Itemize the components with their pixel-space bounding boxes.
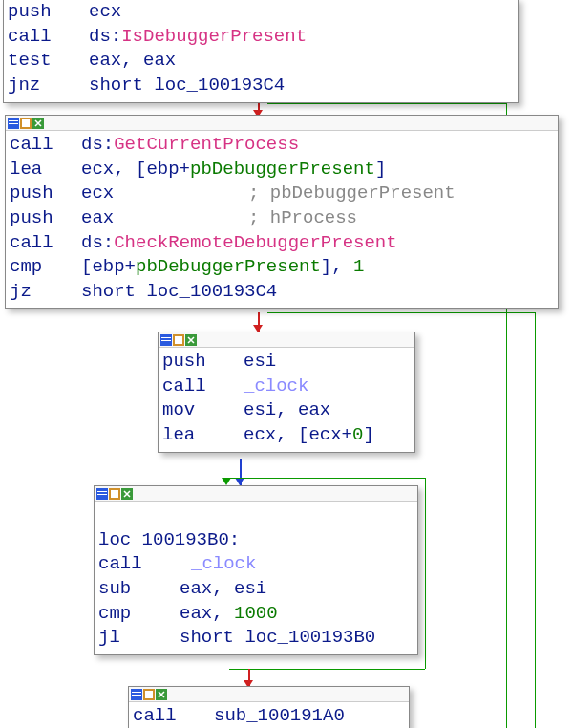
mnemonic: cmp <box>98 602 180 627</box>
operand: ecx <box>89 1 121 22</box>
edge-loop <box>229 669 425 670</box>
operand: esi <box>244 351 276 372</box>
variable[interactable]: pbDebuggerPresent <box>136 256 321 277</box>
mnemonic: sub <box>98 577 180 602</box>
block-icon[interactable] <box>185 334 197 346</box>
mnemonic: call <box>98 552 191 577</box>
asm-line: pushecx <box>8 0 514 25</box>
disasm-block-clock-init[interactable]: pushesi call_clock movesi, eax leaecx, [… <box>158 332 415 453</box>
code-body: pushecx callds:IsDebuggerPresent testeax… <box>4 0 518 102</box>
disasm-block-clock-loop[interactable]: loc_100193B0: call_clock subeax, esi cmp… <box>94 485 418 655</box>
code-body: loc_100193B0: call_clock subeax, esi cmp… <box>95 502 417 654</box>
block-icon[interactable] <box>20 118 32 129</box>
variable[interactable]: pbDebuggerPresent <box>190 159 375 180</box>
operand: eax <box>81 206 248 231</box>
number: 1000 <box>234 603 278 624</box>
mnemonic: push <box>10 206 81 231</box>
mnemonic: cmp <box>10 255 81 280</box>
asm-line <box>98 503 414 528</box>
edge-true <box>535 312 536 728</box>
block-toolbar <box>6 116 558 131</box>
arrow-icon <box>235 478 244 485</box>
svg-rect-4 <box>22 119 30 127</box>
block-icon[interactable] <box>131 689 142 700</box>
operand: ecx <box>81 182 248 206</box>
asm-line: cmp[ebp+pbDebuggerPresent], 1 <box>10 255 554 280</box>
asm-line: callds:CheckRemoteDebuggerPresent <box>10 231 554 256</box>
block-icon[interactable] <box>173 334 184 346</box>
asm-line: pusheax; hProcess <box>10 206 554 231</box>
api-call[interactable]: CheckRemoteDebuggerPresent <box>114 232 396 253</box>
edge-true <box>267 312 535 313</box>
operand[interactable]: short loc_100193C4 <box>81 281 277 302</box>
block-icon[interactable] <box>143 689 155 700</box>
disasm-block-remote-debugger[interactable]: callds:GetCurrentProcess leaecx, [ebp+pb… <box>5 115 559 309</box>
operand[interactable]: sub_100191A0 <box>214 705 345 726</box>
code-body: pushesi call_clock movesi, eax leaecx, [… <box>159 348 414 452</box>
operand[interactable]: short loc_100193B0 <box>180 627 375 648</box>
block-toolbar <box>129 687 409 702</box>
mnemonic: call <box>10 133 81 158</box>
svg-rect-20 <box>132 695 141 696</box>
disasm-block-entry[interactable]: pushecx callds:IsDebuggerPresent testeax… <box>3 0 519 103</box>
asm-line: jnzshort loc_100193C4 <box>8 74 514 98</box>
operand: eax, esi <box>180 578 266 599</box>
operand: [ebp+ <box>81 256 136 277</box>
asm-line: cmpeax, 1000 <box>98 602 414 627</box>
block-icon[interactable] <box>32 118 44 129</box>
edge-loop <box>425 478 426 669</box>
mnemonic: jz <box>10 280 81 305</box>
code-body: callds:GetCurrentProcess leaecx, [ebp+pb… <box>6 131 558 308</box>
asm-line: leaecx, [ecx+0] <box>162 423 411 448</box>
block-label[interactable]: loc_100193B0: <box>98 528 414 553</box>
operand: ] <box>363 424 373 445</box>
mnemonic: test <box>8 49 89 74</box>
operand: ecx, [ebp+ <box>81 159 190 180</box>
block-icon[interactable] <box>96 488 108 500</box>
svg-rect-10 <box>175 336 182 344</box>
mnemonic: call <box>10 231 81 256</box>
operand: ds: <box>81 232 114 253</box>
mnemonic: push <box>162 350 244 375</box>
asm-line: jzshort loc_100193C4 <box>10 280 554 305</box>
mnemonic: call <box>162 375 244 399</box>
operand: eax, <box>180 603 234 624</box>
number: 1 <box>353 256 364 277</box>
operand: ], <box>321 256 353 277</box>
arrow-icon <box>222 478 231 485</box>
mnemonic: push <box>8 0 89 25</box>
asm-line: jlshort loc_100193B0 <box>98 626 414 651</box>
lib-call[interactable]: _clock <box>191 553 256 574</box>
asm-line: pushesi <box>162 350 411 375</box>
block-icon[interactable] <box>8 118 19 129</box>
svg-rect-14 <box>97 494 107 495</box>
operand[interactable]: short loc_100193C4 <box>89 75 285 96</box>
mnemonic: lea <box>162 423 244 448</box>
code-body: callsub_100191A0 <box>129 702 409 728</box>
block-icon[interactable] <box>156 689 167 700</box>
asm-line: pushecx; pbDebuggerPresent <box>10 182 554 206</box>
block-icon[interactable] <box>121 488 133 500</box>
number: 0 <box>352 424 363 445</box>
svg-rect-19 <box>132 692 141 693</box>
comment: ; hProcess <box>248 207 357 228</box>
comment: ; pbDebuggerPresent <box>248 182 456 203</box>
asm-line: movesi, eax <box>162 398 411 423</box>
svg-rect-13 <box>97 491 107 492</box>
mnemonic: mov <box>162 398 244 423</box>
block-icon[interactable] <box>109 488 120 500</box>
edge-loop <box>229 478 425 479</box>
svg-rect-8 <box>161 340 171 341</box>
lib-call[interactable]: _clock <box>244 375 308 396</box>
svg-rect-22 <box>145 691 153 698</box>
api-call[interactable]: GetCurrentProcess <box>114 134 299 155</box>
svg-rect-7 <box>161 337 171 338</box>
asm-line: subeax, esi <box>98 577 414 602</box>
block-icon[interactable] <box>160 334 172 346</box>
operand: ds: <box>81 134 114 155</box>
svg-rect-1 <box>9 120 18 121</box>
api-call[interactable]: IsDebuggerPresent <box>121 26 307 47</box>
mnemonic: jnz <box>8 74 89 98</box>
asm-line: callds:GetCurrentProcess <box>10 133 554 158</box>
disasm-block-call-sub[interactable]: callsub_100191A0 <box>128 686 410 728</box>
